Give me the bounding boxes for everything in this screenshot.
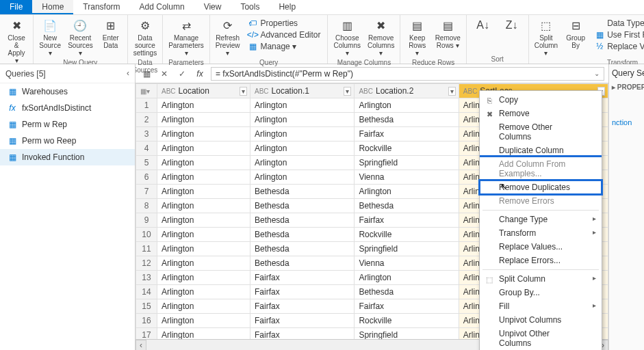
cell[interactable]: 6 (136, 170, 157, 185)
cell[interactable]: Fairfax (250, 285, 354, 299)
cell[interactable]: 2 (136, 113, 157, 127)
table-icon[interactable]: ▦ (140, 67, 153, 81)
menu-replace-errors-[interactable]: Replace Errors... (480, 254, 602, 267)
cell[interactable]: Arlington (157, 156, 250, 170)
menu-unpivot-columns[interactable]: Unpivot Columns (480, 313, 602, 327)
query-item-perm-w-rep[interactable]: ▦Perm w Rep (0, 116, 135, 133)
menu-remove-errors[interactable]: Remove Errors (480, 194, 602, 208)
menu-tools[interactable]: Tools (231, 0, 269, 14)
ribbon-enter-button[interactable]: ⊞Enter Data (97, 16, 125, 51)
cell[interactable]: 7 (136, 185, 157, 199)
cell[interactable]: Bethesda (250, 242, 354, 256)
cell[interactable]: Arlington (157, 228, 250, 242)
cell[interactable]: Fairfax (355, 299, 459, 314)
cell[interactable]: Arlington (157, 242, 250, 256)
cell[interactable]: Arlington (157, 127, 250, 142)
cell[interactable]: Fairfax (355, 213, 459, 228)
ribbon-properties-button[interactable]: 🏷Properties (245, 18, 323, 29)
cell[interactable]: Vienna (355, 170, 459, 185)
ribbon-split-button[interactable]: ⬚Split Column ▾ (532, 16, 561, 58)
cell[interactable]: Arlington (157, 256, 250, 271)
cell[interactable]: 5 (136, 156, 157, 170)
query-item-fxsortandisdistinct[interactable]: fxfxSortAndIsDistinct (0, 100, 135, 116)
menu-group-by-[interactable]: Group By... (480, 286, 602, 299)
column-header-location-1[interactable]: ABCLocation.1▾ (250, 84, 354, 98)
menu-remove[interactable]: ✖Remove (480, 107, 602, 120)
ribbon-recent-button[interactable]: 🕘Recent Sources ▾ (65, 16, 95, 58)
cell[interactable]: 11 (136, 242, 157, 256)
cell[interactable]: 8 (136, 199, 157, 213)
menu-add-column-from-examples-[interactable]: Add Column From Examples... (480, 155, 602, 180)
settings-link[interactable]: nction (612, 118, 641, 126)
chevron-left-icon[interactable]: ‹ (127, 68, 129, 78)
cell[interactable]: Bethesda (355, 113, 459, 127)
ribbon-remove-button[interactable]: ▤Remove Rows ▾ (433, 16, 463, 51)
cell[interactable]: Bethesda (250, 228, 354, 242)
cell[interactable]: Fairfax (250, 314, 354, 328)
ribbon-replace-values-button[interactable]: ½Replace Values (592, 41, 644, 52)
menu-copy[interactable]: ⎘Copy (480, 93, 602, 107)
column-header-location[interactable]: ABCLocation▾ (157, 84, 250, 98)
cell[interactable]: Arlington (157, 314, 250, 328)
cell[interactable]: Bethesda (250, 185, 354, 199)
cell[interactable]: Arlington (250, 127, 354, 142)
formula-input[interactable]: = fxSortAndIsDistinct(#"Perm w Rep") ⌄ (211, 67, 604, 81)
cell[interactable]: Bethesda (355, 285, 459, 299)
ribbon-manage-button[interactable]: ⇄Manage Parameters ▾ (166, 16, 207, 58)
menu-split-column[interactable]: ⬚Split Column▸ (480, 272, 602, 286)
cell[interactable]: Arlington (157, 199, 250, 213)
menu-help[interactable]: Help (269, 0, 305, 14)
cancel-icon[interactable]: ✕ (157, 67, 171, 81)
cell[interactable]: Arlington (250, 142, 354, 156)
cell[interactable]: Arlington (157, 113, 250, 127)
cell[interactable]: 12 (136, 256, 157, 271)
cell[interactable]: 9 (136, 213, 157, 228)
fx-icon[interactable]: fx (193, 67, 207, 81)
cell[interactable]: Fairfax (250, 328, 354, 340)
cell[interactable]: Arlington (250, 170, 354, 185)
menu-change-type[interactable]: Change Type▸ (480, 213, 602, 226)
cell[interactable]: Arlington (157, 185, 250, 199)
cell[interactable]: Arlington (157, 170, 250, 185)
cell[interactable]: Fairfax (250, 299, 354, 314)
cell[interactable]: Arlington (157, 271, 250, 285)
cell[interactable]: Rockville (355, 142, 459, 156)
cell[interactable]: Arlington (250, 156, 354, 170)
menu-remove-duplicates[interactable]: Remove Duplicates↖ (480, 180, 602, 194)
cell[interactable]: Bethesda (250, 256, 354, 271)
column-header-rownum[interactable]: ▦▾ (136, 84, 157, 98)
cell[interactable]: Vienna (355, 256, 459, 271)
menu-remove-other-columns[interactable]: Remove Other Columns (480, 120, 602, 144)
cell[interactable]: Fairfax (250, 271, 354, 285)
cell[interactable]: 13 (136, 271, 157, 285)
menu-replace-values-[interactable]: Replace Values... (480, 240, 602, 254)
ribbon-close--button[interactable]: ✖Close & Apply ▾ (3, 16, 30, 66)
cell[interactable]: Arlington (250, 113, 354, 127)
cell[interactable]: Bethesda (355, 199, 459, 213)
cell[interactable]: Arlington (157, 299, 250, 314)
cell[interactable]: Fairfax (355, 127, 459, 142)
cell[interactable]: Arlington (250, 98, 354, 113)
cell[interactable]: Arlington (157, 142, 250, 156)
ribbon-use-first-row-as-headers--button[interactable]: ▦Use First Row as Headers ▾ (592, 29, 644, 40)
menu-transform[interactable]: Transform (73, 0, 129, 14)
cell[interactable]: Arlington (355, 185, 459, 199)
cell[interactable]: 1 (136, 98, 157, 113)
ribbon-keep-button[interactable]: ▤Keep Rows ▾ (403, 16, 430, 58)
ribbon-group-button[interactable]: ⊟Group By (562, 16, 589, 51)
scroll-left-icon[interactable]: ‹ (136, 340, 146, 350)
menu-add-column[interactable]: Add Column (130, 0, 194, 14)
menu-unpivot-other-columns[interactable]: Unpivot Other Columns (480, 327, 602, 350)
cell[interactable]: 4 (136, 142, 157, 156)
queries-header[interactable]: Queries [5] ‹ (0, 64, 135, 83)
cell[interactable]: Arlington (157, 213, 250, 228)
cell[interactable]: 10 (136, 228, 157, 242)
settings-properties[interactable]: ▸ PROPERTIES (612, 83, 641, 91)
ribbon-refresh-button[interactable]: ⟳Refresh Preview ▾ (213, 16, 243, 58)
menu-home[interactable]: Home (32, 0, 73, 14)
ribbon-remove-button[interactable]: ✖Remove Columns ▾ (365, 16, 397, 58)
ribbon-z--button[interactable]: Z↓ (498, 16, 526, 36)
cell[interactable]: Arlington (157, 98, 250, 113)
cell[interactable]: Bethesda (250, 199, 354, 213)
cell[interactable]: Springfield (355, 242, 459, 256)
